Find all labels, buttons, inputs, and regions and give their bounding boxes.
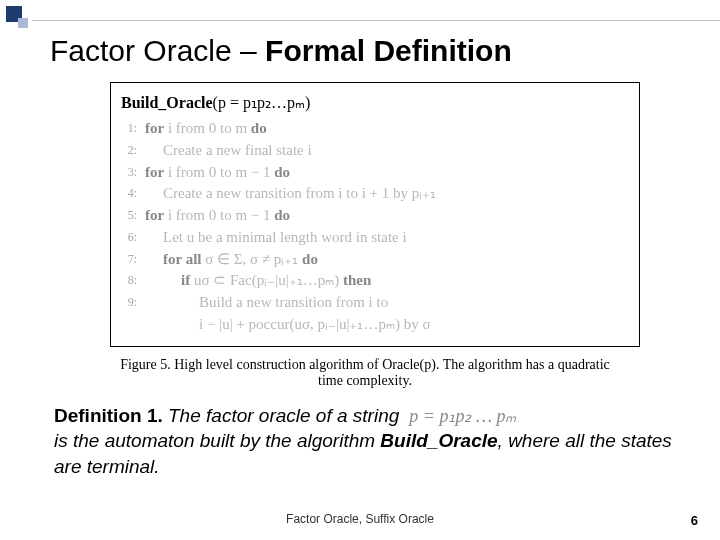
algorithm-line: 6:Let u be a minimal length word in stat… bbox=[121, 227, 629, 249]
page-title: Factor Oracle – Formal Definition bbox=[50, 34, 680, 68]
figure-caption: Figure 5. High level construction algori… bbox=[110, 357, 620, 389]
title-bold: Formal Definition bbox=[265, 34, 512, 67]
header-divider bbox=[32, 20, 720, 21]
definition-label: Definition 1. bbox=[54, 405, 163, 426]
algorithm-fn-name: Build_Oracle bbox=[121, 94, 213, 111]
title-plain: Factor Oracle – bbox=[50, 34, 265, 67]
definition-build-name: Build_Oracle bbox=[380, 430, 497, 451]
algorithm-line: 4:Create a new transition from i to i + … bbox=[121, 183, 629, 205]
algorithm-lines: 1:for i from 0 to m do2:Create a new fin… bbox=[121, 118, 629, 336]
algorithm-line: 8:if uσ ⊂ Fac(pᵢ₋|u|₊₁…pₘ) then bbox=[121, 270, 629, 292]
slide-content: Factor Oracle – Formal Definition Build_… bbox=[0, 0, 720, 480]
algorithm-line: 9:Build a new transition from i to bbox=[121, 292, 629, 314]
page-number: 6 bbox=[691, 513, 698, 528]
definition-line2: is the automaton built by the algorithm … bbox=[54, 428, 676, 479]
algorithm-header: Build_Oracle(p = p₁p₂…pₘ) bbox=[121, 91, 629, 114]
definition-formula: p = p₁p₂ … pₘ bbox=[409, 404, 516, 428]
algorithm-fn-arg: (p = p₁p₂…pₘ) bbox=[213, 94, 311, 111]
algorithm-line: 2:Create a new final state i bbox=[121, 140, 629, 162]
algorithm-line: 7:for all σ ∈ Σ, σ ≠ pᵢ₊₁ do bbox=[121, 249, 629, 271]
algorithm-line: 3:for i from 0 to m − 1 do bbox=[121, 162, 629, 184]
definition-line1: The factor oracle of a string bbox=[163, 405, 400, 426]
definition-line2-a: is the automaton built by the algorithm bbox=[54, 430, 380, 451]
corner-accent-icon bbox=[6, 6, 28, 28]
footer-text: Factor Oracle, Suffix Oracle bbox=[0, 512, 720, 526]
algorithm-line: 1:for i from 0 to m do bbox=[121, 118, 629, 140]
definition-text-1: Definition 1. The factor oracle of a str… bbox=[54, 403, 399, 429]
algorithm-box: Build_Oracle(p = p₁p₂…pₘ) 1:for i from 0… bbox=[110, 82, 640, 347]
definition-row-1: Definition 1. The factor oracle of a str… bbox=[54, 403, 676, 429]
algorithm-line: i − |u| + poccur(uσ, pᵢ₋|u|₊₁…pₘ) by σ bbox=[121, 314, 629, 336]
definition-block: Definition 1. The factor oracle of a str… bbox=[50, 403, 680, 480]
algorithm-line: 5:for i from 0 to m − 1 do bbox=[121, 205, 629, 227]
